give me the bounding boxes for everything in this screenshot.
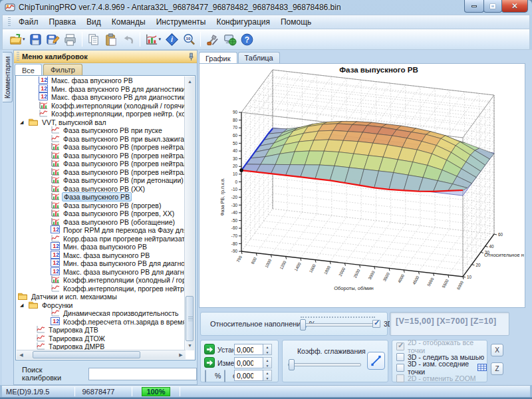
tree-item[interactable]: Фаза выпускного РВ при пуске bbox=[16, 126, 184, 135]
paste-button[interactable] bbox=[102, 31, 120, 48]
scroll-right-icon[interactable]: ▶ bbox=[176, 350, 186, 359]
option-checkbox[interactable] bbox=[396, 364, 404, 372]
minimize-button[interactable] bbox=[464, 0, 484, 13]
tree-item[interactable]: 12Макс. фаза выпускного РВ для диагности… bbox=[16, 268, 184, 277]
svg-text:70: 70 bbox=[233, 125, 238, 130]
tab-graph[interactable]: График bbox=[199, 52, 237, 64]
menu-item-файл[interactable]: Файл bbox=[13, 16, 44, 28]
smoothing-slider-thumb[interactable] bbox=[289, 359, 295, 370]
menu-item-вид[interactable]: Вид bbox=[81, 16, 106, 28]
tree-folder[interactable]: ◢Форсунки bbox=[16, 301, 184, 310]
chart-button[interactable] bbox=[143, 31, 160, 48]
menu-item-правка[interactable]: Правка bbox=[44, 16, 82, 28]
save-as-button[interactable] bbox=[45, 31, 62, 48]
tree-item[interactable]: Фаза выпускного РВ bbox=[16, 193, 184, 201]
undo-button[interactable] bbox=[120, 31, 137, 48]
change-value-spinner[interactable]: ▲▼ bbox=[263, 357, 272, 368]
scroll-up-icon[interactable]: ▲ bbox=[185, 76, 195, 86]
fill-slider-track[interactable] bbox=[299, 323, 376, 327]
tree-item[interactable]: 12Мин. фаза выпускного РВ для диагностик… bbox=[16, 259, 184, 268]
help-button[interactable]: ? bbox=[238, 31, 255, 48]
tree-item[interactable]: Фаза выпускного РВ (прогрев нейтрализато… bbox=[16, 143, 184, 152]
open-folder-button[interactable] bbox=[7, 31, 24, 48]
apply-change-button[interactable] bbox=[204, 357, 215, 368]
scroll-left-icon[interactable]: ◀ bbox=[17, 350, 26, 359]
pin-icon[interactable] bbox=[188, 53, 194, 61]
chevron-down-icon[interactable]: ▾ bbox=[159, 37, 162, 42]
svg-text:6000: 6000 bbox=[456, 280, 464, 291]
tree-item[interactable]: Фаза выпускного РВ (прогрев, ХХ) bbox=[16, 209, 184, 218]
menu-item-команды[interactable]: Команды bbox=[106, 16, 151, 28]
surface-chart[interactable]: -90-80-70-60-50-40-30-20-100102030405060… bbox=[200, 64, 525, 307]
tree-item[interactable]: Фаза выпускного РВ (прогрев нейтрал., хо… bbox=[16, 152, 184, 160]
relative-value-spinner[interactable]: ▲▼ bbox=[263, 370, 272, 381]
tools-button[interactable] bbox=[203, 31, 221, 48]
expand-arrow-icon[interactable]: ◢ bbox=[20, 120, 23, 125]
tree-item-label: Тарировка ДТОЖ bbox=[47, 334, 106, 342]
apply-set-button[interactable] bbox=[204, 344, 215, 354]
tab-comments[interactable]: Комментарии bbox=[3, 52, 13, 102]
close-button[interactable]: ✕ bbox=[501, 0, 528, 13]
tree-item[interactable]: Коэфф.интерполяции (холодный / горячий ) bbox=[16, 276, 184, 285]
tree-item[interactable]: Коэфф.интерполяции, прогрев нейтр. (холо… bbox=[16, 110, 184, 118]
copy-button[interactable] bbox=[85, 31, 102, 48]
menu-item-конфигурация[interactable]: Конфигурация bbox=[211, 16, 275, 28]
svg-text:Обороты, об/мин: Обороты, об/мин bbox=[334, 285, 374, 291]
tree-folder[interactable]: ◢VVT, выпускной вал bbox=[16, 118, 184, 127]
tree-item[interactable]: 12Порог RPM для перехода на Фазу для реж… bbox=[16, 226, 184, 235]
x-axis-button[interactable]: X bbox=[491, 344, 503, 356]
print-button[interactable] bbox=[62, 31, 79, 48]
tree-item[interactable]: Фаза выпускного РВ (ХХ) bbox=[16, 185, 184, 194]
tree-item[interactable]: Фаза выпускного РВ (прогрев) bbox=[16, 201, 184, 210]
interpolate-button[interactable] bbox=[367, 352, 385, 370]
relative-value-input[interactable] bbox=[234, 370, 263, 381]
svg-text:1000: 1000 bbox=[264, 258, 273, 269]
tree-item[interactable]: Фаза выпускного РВ (прогрев нейтрал., ХХ… bbox=[16, 160, 184, 168]
tab-filter[interactable]: Фильтр bbox=[43, 64, 82, 75]
tree-item[interactable]: Корр.фаза при прогреве нейтрализатора bbox=[16, 235, 184, 243]
tree-item[interactable]: Коэфф.интерполяции, прогрев нейтр. (холо… bbox=[16, 285, 184, 293]
tree-vertical-scrollbar[interactable]: ▲ ▼ bbox=[184, 76, 194, 350]
tab-all[interactable]: Все bbox=[15, 64, 42, 76]
maximize-button[interactable] bbox=[483, 0, 502, 13]
change-value-input[interactable] bbox=[234, 357, 263, 368]
grid-icon[interactable] bbox=[477, 362, 487, 374]
tab-table[interactable]: Таблица bbox=[238, 52, 280, 63]
title-bar[interactable]: ChipTuningPRO ver.7.4.8.969 - Antara32L_… bbox=[0, 0, 532, 15]
set-value-input[interactable] bbox=[234, 344, 263, 355]
option-checkbox[interactable] bbox=[396, 353, 404, 361]
chart-area[interactable]: Фаза выпускного РВ -90-80-70-60-50-40-30… bbox=[199, 63, 525, 308]
panel-header[interactable]: Меню калибровок bbox=[14, 51, 197, 63]
percent-checkbox[interactable] bbox=[205, 370, 206, 382]
tree-item[interactable]: Динамическая производительность bbox=[16, 309, 184, 318]
fill-slider-thumb[interactable] bbox=[300, 319, 306, 331]
tree-horizontal-scrollbar[interactable]: ◀ ▶ bbox=[17, 350, 186, 359]
tools-icon bbox=[205, 33, 219, 47]
scroll-down-icon[interactable]: ▼ bbox=[185, 340, 195, 350]
svg-text:60: 60 bbox=[498, 232, 503, 237]
tree-item[interactable]: 12Макс. фаза выпускного РВ bbox=[16, 251, 184, 260]
tree-item[interactable]: Фаза выпускного РВ (обогащение) bbox=[16, 218, 184, 227]
tree-item[interactable]: Фаза выпускного РВ (при детонации) bbox=[16, 176, 184, 185]
tree-item-label: Мин. фаза выпускного РВ для диагностики bbox=[62, 259, 184, 267]
save-button[interactable] bbox=[27, 31, 45, 48]
set-value-spinner[interactable]: ▲▼ bbox=[263, 344, 272, 355]
info-button[interactable]: i bbox=[163, 31, 180, 48]
menu-item-помощь[interactable]: Помощь bbox=[275, 16, 317, 28]
vertical-scroll-thumb[interactable] bbox=[186, 296, 194, 341]
mode-3d-checkbox[interactable] bbox=[372, 320, 380, 328]
menu-item-инструменты[interactable]: Инструменты bbox=[151, 16, 211, 28]
z-axis-button[interactable]: Z bbox=[491, 362, 503, 375]
chevron-down-icon[interactable]: ▾ bbox=[23, 37, 25, 42]
search-input[interactable] bbox=[88, 368, 197, 380]
smoothing-slider-track[interactable] bbox=[288, 363, 361, 366]
horizontal-scroll-thumb[interactable] bbox=[33, 351, 140, 358]
tree-item[interactable]: 12Мин. фаза выпускного РВ bbox=[16, 243, 184, 251]
tree-item[interactable]: Фаза выпускного РВ (прогрев нейтрал., ХХ… bbox=[16, 168, 184, 177]
expand-arrow-icon[interactable]: ◢ bbox=[20, 303, 23, 308]
relative-checkbox[interactable] bbox=[224, 370, 225, 382]
network-button[interactable] bbox=[221, 31, 238, 48]
tree-item[interactable]: Фаза выпускного РВ при выкл.зажигания bbox=[16, 135, 184, 144]
zoom-10-button[interactable]: 10 bbox=[180, 31, 198, 48]
tree-folder[interactable]: ◢Датчики и исп. механизмы bbox=[16, 293, 184, 301]
